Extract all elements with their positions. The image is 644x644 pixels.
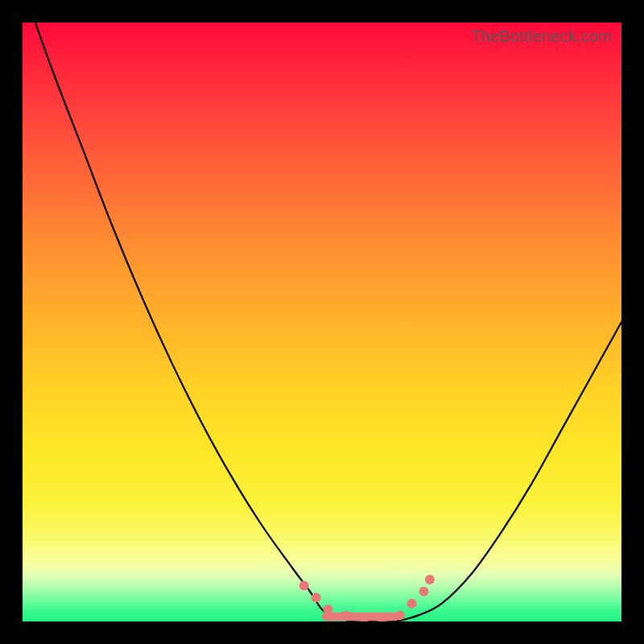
marker-dot xyxy=(407,599,417,609)
chart-frame: TheBottleneck.com xyxy=(0,0,644,644)
marker-dot xyxy=(419,587,429,597)
marker-dot xyxy=(395,611,405,621)
marker-dot xyxy=(425,575,435,584)
bottleneck-curve xyxy=(23,23,621,621)
marker-dot xyxy=(341,611,351,621)
curve-layer xyxy=(23,23,621,621)
marker-dot xyxy=(299,580,309,590)
marker-dot xyxy=(323,605,332,614)
marker-dot xyxy=(312,592,321,602)
plot-area: TheBottleneck.com xyxy=(23,23,621,621)
